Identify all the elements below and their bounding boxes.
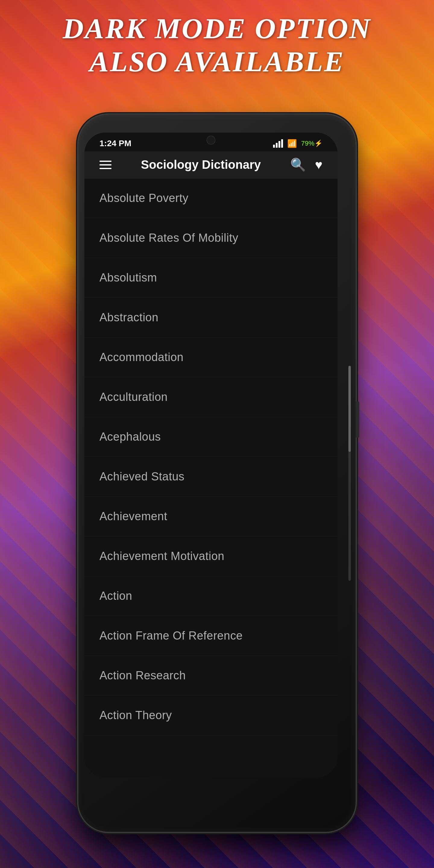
dict-list-item[interactable]: Accommodation — [84, 338, 338, 377]
dict-list-item[interactable]: Action Research — [84, 656, 338, 695]
status-icons: 📶 79%⚡ — [273, 139, 322, 148]
phone-device: 1:24 PM 📶 79%⚡ — [79, 115, 355, 832]
signal-bar-3 — [278, 141, 280, 148]
side-button — [355, 401, 359, 438]
dict-list-item[interactable]: Achievement Motivation — [84, 536, 338, 576]
dict-term: Action Theory — [99, 709, 172, 721]
dict-term: Acephalous — [99, 430, 161, 443]
dict-term: Action Research — [99, 669, 186, 682]
status-time: 1:24 PM — [99, 138, 131, 148]
dict-list-item[interactable]: Action — [84, 576, 338, 616]
scrollbar-thumb[interactable] — [348, 366, 351, 452]
dict-list-item[interactable]: Action Frame Of Reference — [84, 616, 338, 656]
dict-term: Action — [99, 590, 132, 602]
dict-term: Achieved Status — [99, 470, 184, 483]
dict-term: Absolute Poverty — [99, 192, 188, 204]
signal-bar-2 — [276, 143, 278, 148]
signal-bar-1 — [273, 145, 275, 148]
promo-text: DARK MODE OPTION ALSO AVAILABLE — [0, 12, 434, 79]
dict-list-item[interactable]: Acculturation — [84, 377, 338, 417]
dict-term: Achievement — [99, 510, 167, 523]
camera-notch — [207, 135, 216, 145]
favorites-button[interactable]: ♥ — [315, 158, 322, 172]
phone-screen: 1:24 PM 📶 79%⚡ — [84, 133, 338, 778]
signal-icon — [273, 139, 283, 148]
dict-term: Achievement Motivation — [99, 550, 224, 562]
dict-term: Abstraction — [99, 311, 158, 324]
promo-section: DARK MODE OPTION ALSO AVAILABLE — [0, 12, 434, 79]
dict-list-item[interactable]: Absolute Rates Of Mobility — [84, 218, 338, 258]
hamburger-line-3 — [99, 168, 112, 169]
scrollbar-track — [348, 366, 351, 581]
dict-list-item[interactable]: Achieved Status — [84, 457, 338, 497]
battery-icon: 79%⚡ — [301, 140, 322, 147]
dict-list-item[interactable]: Acephalous — [84, 417, 338, 457]
search-button[interactable]: 🔍 — [290, 157, 306, 172]
app-bar: Sociology Dictionary 🔍 ♥ — [84, 151, 338, 179]
dict-term: Accommodation — [99, 351, 184, 364]
dict-list-item[interactable]: Absolute Poverty — [84, 179, 338, 218]
dict-list-item[interactable]: Abstraction — [84, 298, 338, 338]
dictionary-list[interactable]: Absolute PovertyAbsolute Rates Of Mobili… — [84, 179, 338, 772]
app-bar-action-icons: 🔍 ♥ — [290, 157, 322, 172]
hamburger-line-2 — [99, 164, 112, 165]
dict-term: Action Frame Of Reference — [99, 629, 243, 642]
hamburger-line-1 — [99, 161, 112, 162]
dict-term: Absolutism — [99, 271, 157, 284]
menu-button[interactable] — [99, 161, 112, 169]
signal-bar-4 — [281, 139, 283, 148]
promo-line2: ALSO AVAILABLE — [90, 45, 344, 78]
app-title: Sociology Dictionary — [141, 158, 261, 172]
dict-list-item[interactable]: Achievement — [84, 497, 338, 536]
phone-shell: 1:24 PM 📶 79%⚡ — [79, 115, 355, 832]
dict-list-item[interactable]: Action Theory — [84, 695, 338, 735]
dict-term: Absolute Rates Of Mobility — [99, 231, 239, 244]
promo-line1: DARK MODE OPTION — [63, 12, 371, 44]
wifi-icon: 📶 — [287, 139, 297, 148]
dict-list-item[interactable]: Absolutism — [84, 258, 338, 298]
dict-term: Acculturation — [99, 391, 167, 403]
